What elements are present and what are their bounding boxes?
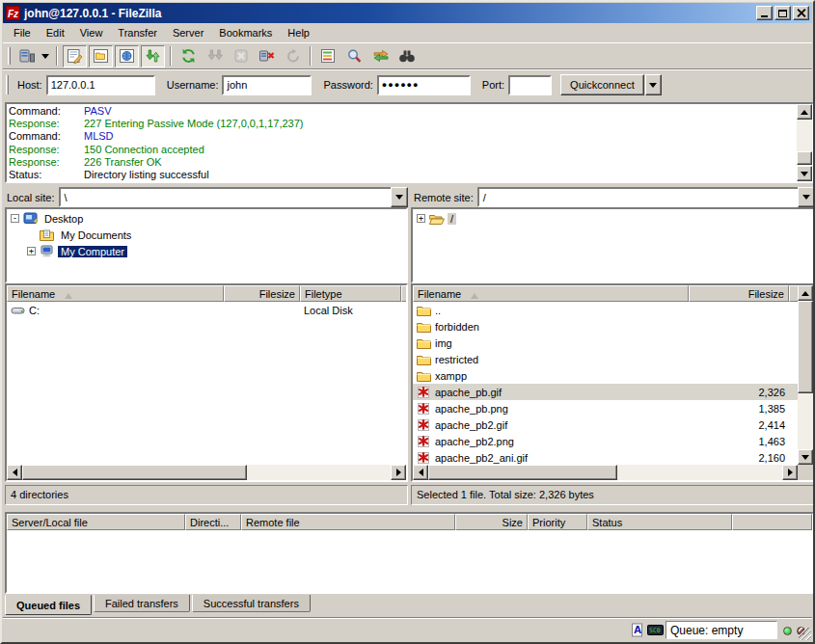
menu-server[interactable]: Server <box>165 25 211 40</box>
encryption-indicator-icon[interactable]: SC0 <box>647 623 664 637</box>
file-row-apache-pb2-png[interactable]: apache_pb2.png1,463 <box>413 433 798 449</box>
file-row-apache-pb-gif[interactable]: apache_pb.gif2,326 <box>413 384 798 400</box>
minimize-button[interactable] <box>756 6 773 20</box>
tree-expander-icon[interactable]: + <box>417 214 425 223</box>
toggle-local-tree-view-button[interactable] <box>89 45 113 67</box>
find-button[interactable] <box>394 45 419 67</box>
column-header-size[interactable]: Size <box>455 514 528 530</box>
file-row-apache-pb2-gif[interactable]: apache_pb2.gif2,414 <box>413 416 798 433</box>
port-input[interactable] <box>508 75 552 95</box>
computer-icon <box>40 245 56 257</box>
password-input[interactable] <box>377 75 471 95</box>
toggle-log-view-button[interactable] <box>63 45 87 67</box>
scroll-thumb[interactable] <box>797 151 812 165</box>
menu-bookmarks[interactable]: Bookmarks <box>211 25 280 40</box>
tree-item-desktop[interactable]: -Desktop <box>7 210 406 227</box>
file-row-apache-pb-png[interactable]: apache_pb.png1,385 <box>413 400 798 416</box>
scroll-thumb[interactable] <box>428 465 617 480</box>
tab-failed-transfers[interactable]: Failed transfers <box>94 595 190 612</box>
image-file-icon <box>417 402 433 415</box>
host-input[interactable] <box>46 75 155 95</box>
log-line: Command:MLSD <box>9 130 795 143</box>
quickconnect-button[interactable]: Quickconnect <box>560 74 644 95</box>
scroll-up-button[interactable] <box>797 104 812 120</box>
remote-file-list: FilenameFilesize ..forbiddenimgrestricte… <box>411 283 815 482</box>
menu-edit[interactable]: Edit <box>39 25 72 40</box>
local-status-text: 4 directories <box>5 485 408 505</box>
column-header-l[interactable]: L <box>401 285 408 302</box>
column-header-filesize[interactable]: Filesize <box>224 285 300 302</box>
synchronized-browsing-button[interactable] <box>368 45 393 67</box>
menu-view[interactable]: View <box>72 25 111 40</box>
queue-tabs: Queued filesFailed transfersSuccessful t… <box>5 595 312 616</box>
file-row-restricted[interactable]: restricted <box>413 351 798 367</box>
toolbar-grip <box>8 47 11 65</box>
local-hscrollbar[interactable] <box>7 465 406 480</box>
scroll-right-button[interactable] <box>782 465 798 480</box>
column-header-filler <box>732 514 812 530</box>
file-row-forbidden[interactable]: forbidden <box>413 318 798 335</box>
local-site-value: \ <box>64 192 68 203</box>
reconnect-button[interactable] <box>281 45 305 67</box>
scroll-left-button[interactable] <box>413 465 428 480</box>
transfer-type-indicator-icon[interactable]: A <box>629 623 645 637</box>
remote-vscrollbar[interactable] <box>798 285 813 465</box>
directory-comparison-button[interactable] <box>316 45 340 67</box>
remote-site-combobox[interactable]: / <box>477 187 815 207</box>
folder-open-icon <box>429 213 446 225</box>
column-header-remote-file[interactable]: Remote file <box>241 514 455 530</box>
log-scrollbar[interactable] <box>797 104 812 181</box>
column-header-server-local-file[interactable]: Server/Local file <box>7 514 185 530</box>
maximize-button[interactable] <box>774 6 791 20</box>
file-row-img[interactable]: img <box>413 335 798 351</box>
cancel-operation-button[interactable] <box>229 45 253 67</box>
scroll-down-button[interactable] <box>798 449 813 465</box>
menu-file[interactable]: File <box>6 25 39 40</box>
scroll-thumb[interactable] <box>798 301 813 393</box>
scroll-down-button[interactable] <box>797 166 812 181</box>
process-queue-button[interactable] <box>203 45 227 67</box>
file-row-item[interactable]: .. <box>413 302 798 318</box>
file-row-apache-pb2-ani-gif[interactable]: apache_pb2_ani.gif2,160 <box>413 449 798 466</box>
column-header-filetype[interactable]: Filetype <box>300 285 401 302</box>
toggle-remote-tree-view-button[interactable] <box>115 45 139 67</box>
file-row-xampp[interactable]: xampp <box>413 367 798 384</box>
column-header-filename[interactable]: Filename <box>7 285 224 302</box>
username-input[interactable] <box>222 75 312 95</box>
close-button[interactable] <box>793 6 809 20</box>
column-header-directi[interactable]: Directi... <box>185 514 241 530</box>
local-site-combobox[interactable]: \ <box>59 187 408 207</box>
scroll-thumb[interactable] <box>22 465 247 480</box>
file-row-c[interactable]: C:Local Disk <box>7 302 406 318</box>
tree-expander-icon[interactable]: + <box>27 247 36 255</box>
tree-expander-icon[interactable]: - <box>11 214 19 223</box>
menu-transfer[interactable]: Transfer <box>110 25 165 40</box>
local-list-body: C:Local Disk <box>7 302 406 318</box>
local-site-dropdown[interactable] <box>391 187 408 207</box>
disconnect-button[interactable] <box>255 45 279 67</box>
tab-queued-files[interactable]: Queued files <box>5 595 92 615</box>
column-header-priority[interactable]: Priority <box>528 514 587 530</box>
tree-item-my-computer[interactable]: +My Computer <box>7 243 406 259</box>
tree-item-item[interactable]: +/ <box>413 210 813 227</box>
tab-successful-transfers[interactable]: Successful transfers <box>192 595 311 612</box>
column-header-status[interactable]: Status <box>587 514 732 530</box>
send-indicator-led <box>783 627 792 635</box>
menu-help[interactable]: Help <box>280 25 317 40</box>
remote-site-dropdown[interactable] <box>798 187 815 207</box>
scroll-right-button[interactable] <box>391 465 406 480</box>
remote-hscrollbar[interactable] <box>413 465 798 480</box>
column-header-filename[interactable]: Filename <box>413 285 689 302</box>
scroll-up-button[interactable] <box>798 285 813 301</box>
tree-item-my-documents[interactable]: My Documents <box>7 227 406 243</box>
refresh-button[interactable] <box>177 45 201 67</box>
scroll-left-button[interactable] <box>7 465 22 480</box>
column-header-filesize[interactable]: Filesize <box>689 285 789 302</box>
quickconnect-dropdown[interactable] <box>645 74 662 95</box>
site-manager-button[interactable] <box>14 45 39 67</box>
site-manager-dropdown[interactable] <box>39 45 51 67</box>
toggle-queue-view-button[interactable] <box>141 45 165 67</box>
resize-grip[interactable] <box>799 628 811 640</box>
image-file-icon <box>417 435 433 447</box>
filter-button[interactable] <box>342 45 367 67</box>
